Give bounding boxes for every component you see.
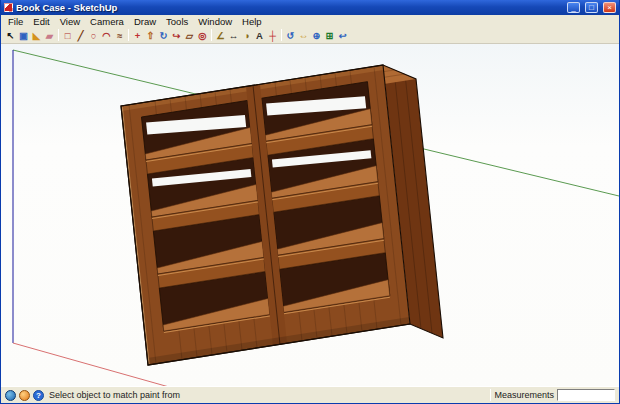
status-message: Select object to match paint from (49, 390, 180, 400)
toolbar-separator (128, 29, 129, 41)
viewport-canvas[interactable] (1, 44, 619, 386)
menu-window[interactable]: Window (193, 16, 237, 27)
tape-measure-tool-button[interactable]: ∠ (214, 28, 227, 42)
menu-camera[interactable]: Camera (85, 16, 129, 27)
offset-tool-button[interactable]: ◎ (196, 28, 209, 42)
line-tool-button[interactable]: ╱ (74, 28, 87, 42)
toolbar-separator (281, 29, 282, 41)
menu-tools[interactable]: Tools (161, 16, 193, 27)
toolbar-separator (211, 29, 212, 41)
menu-file[interactable]: File (3, 16, 28, 27)
menu-draw[interactable]: Draw (129, 16, 161, 27)
status-bar: ? Select object to match paint from Meas… (1, 386, 619, 403)
credits-icon[interactable] (19, 390, 30, 401)
minimize-button[interactable]: _ (567, 2, 580, 13)
scale-tool-button[interactable]: ▱ (183, 28, 196, 42)
menu-view[interactable]: View (55, 16, 85, 27)
menu-bar: File Edit View Camera Draw Tools Window … (1, 15, 619, 27)
orbit-tool-button[interactable]: ↺ (284, 28, 297, 42)
zoom-extents-tool-button[interactable]: ⊞ (323, 28, 336, 42)
title-bar[interactable]: Book Case - SketchUp _ □ × (1, 0, 619, 15)
rotate-tool-button[interactable]: ↻ (157, 28, 170, 42)
menu-edit[interactable]: Edit (28, 16, 54, 27)
help-icon[interactable]: ? (33, 390, 44, 401)
geolocation-icon[interactable] (5, 390, 16, 401)
axes-tool-button[interactable]: ┼ (266, 28, 279, 42)
select-tool-button[interactable]: ↖ (4, 28, 17, 42)
rectangle-tool-button[interactable]: □ (61, 28, 74, 42)
protractor-tool-button[interactable]: ◑ (240, 28, 253, 42)
toolbar: ↖ ▣ ◣ ▰ □ ╱ ○ ◠ ≈ + ⇧ ↻ ↪ ▱ ◎ ∠ ↔ ◑ A ┼ … (1, 27, 619, 44)
menu-help[interactable]: Help (237, 16, 267, 27)
sketchup-window: Book Case - SketchUp _ □ × File Edit Vie… (0, 0, 620, 404)
zoom-tool-button[interactable]: ⊕ (310, 28, 323, 42)
dimension-tool-button[interactable]: ↔ (227, 28, 240, 42)
text-tool-button[interactable]: A (253, 28, 266, 42)
follow-me-tool-button[interactable]: ↪ (170, 28, 183, 42)
circle-tool-button[interactable]: ○ (87, 28, 100, 42)
maximize-button[interactable]: □ (585, 2, 598, 13)
bookcase-front-face (121, 65, 410, 365)
measurements-field[interactable] (557, 389, 615, 401)
measurements-area: Measurements (490, 389, 615, 401)
arc-tool-button[interactable]: ◠ (100, 28, 113, 42)
window-title: Book Case - SketchUp (16, 2, 562, 13)
paint-bucket-tool-button[interactable]: ◣ (30, 28, 43, 42)
move-tool-button[interactable]: + (131, 28, 144, 42)
eraser-tool-button[interactable]: ▰ (43, 28, 56, 42)
measurements-label: Measurements (494, 390, 554, 400)
push-pull-tool-button[interactable]: ⇧ (144, 28, 157, 42)
statusbar-divider (490, 389, 491, 401)
previous-view-tool-button[interactable]: ↩ (336, 28, 349, 42)
freehand-tool-button[interactable]: ≈ (113, 28, 126, 42)
make-component-tool-button[interactable]: ▣ (17, 28, 30, 42)
toolbar-separator (58, 29, 59, 41)
model-scene (1, 44, 619, 386)
pan-tool-button[interactable]: ⇔ (297, 28, 310, 42)
sketchup-logo-icon (4, 3, 13, 12)
close-button[interactable]: × (603, 2, 616, 13)
